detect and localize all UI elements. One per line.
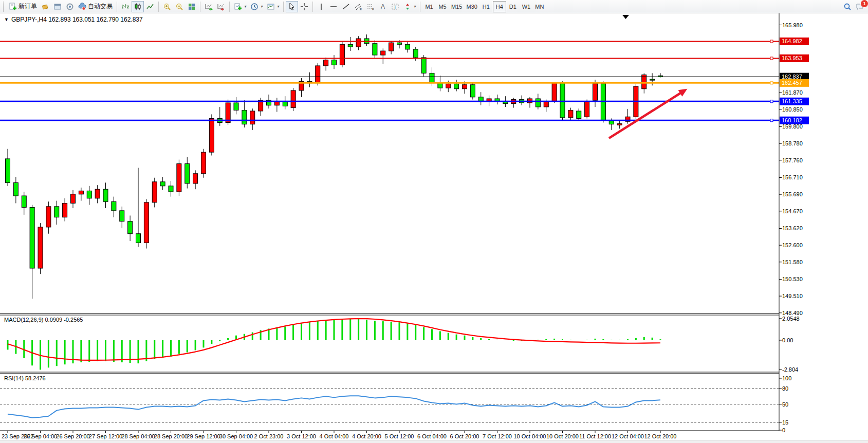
candle-body: [593, 83, 598, 100]
price-axis-label: 154.670: [782, 208, 803, 214]
timeframe-h4[interactable]: H4: [493, 1, 506, 12]
level-line-handle[interactable]: [770, 57, 773, 60]
time-axis-label[interactable]: 30 Sep 04:00: [219, 433, 253, 439]
chart-title[interactable]: ▼ GBPJPY-,H4 162.893 163.051 162.790 162…: [4, 16, 143, 23]
trendline-tool[interactable]: [340, 1, 352, 12]
main-toolbar: 新订单 自动交易: [0, 0, 868, 13]
candle-body: [617, 124, 622, 125]
toolbar-separator: [200, 2, 200, 12]
time-axis-label[interactable]: 4 Oct 20:00: [352, 433, 381, 439]
market-depth-button[interactable]: [39, 1, 51, 12]
time-axis-label[interactable]: 6 Oct 04:00: [417, 433, 447, 439]
new-order-icon: [9, 3, 17, 11]
toolbar-grip[interactable]: [3, 2, 6, 12]
time-axis-label[interactable]: 27 Sep 12:00: [89, 433, 122, 439]
timeframe-d1[interactable]: D1: [506, 1, 520, 12]
candle-body: [201, 152, 206, 174]
new-order-button[interactable]: 新订单: [7, 1, 39, 12]
bar-chart-button[interactable]: [119, 1, 132, 12]
candle-body: [185, 164, 190, 183]
macd-label: MACD(12,26,9) 0.0909 -0.2565: [4, 317, 83, 323]
time-axis-label[interactable]: 12 Oct 04:00: [612, 433, 644, 439]
chart-shift-button[interactable]: [215, 1, 227, 12]
time-axis-label[interactable]: 28 Sep 04:00: [121, 433, 155, 439]
arrows-tool[interactable]: ▾: [401, 1, 418, 12]
search-button[interactable]: [841, 1, 854, 12]
time-axis-label[interactable]: 29 Sep 12:00: [187, 433, 220, 439]
candle-body: [535, 99, 540, 107]
level-line-handle[interactable]: [770, 119, 773, 122]
time-axis-label[interactable]: 12 Oct 20:00: [644, 433, 677, 439]
tile-windows-button[interactable]: [186, 1, 198, 12]
level-line-handle[interactable]: [770, 40, 773, 43]
chart-title-text: GBPJPY-,H4 162.893 163.051 162.790 162.8…: [11, 16, 143, 23]
vertical-line-tool[interactable]: [315, 1, 327, 12]
candle-body: [152, 182, 157, 202]
timeframe-w1[interactable]: W1: [520, 1, 533, 12]
time-axis-label[interactable]: 5 Oct 12:00: [385, 433, 414, 439]
price-axis-label: 160.850: [782, 106, 803, 113]
trend-arrow-line[interactable]: [609, 93, 681, 138]
time-axis-label[interactable]: 26 Sep 20:00: [56, 433, 89, 439]
text-label-tool[interactable]: T: [389, 1, 401, 12]
timeframe-h1[interactable]: H1: [479, 1, 493, 12]
candle-body: [291, 90, 296, 108]
timeframe-m1[interactable]: M1: [422, 1, 436, 12]
zoom-out-button[interactable]: [173, 1, 186, 12]
time-axis-label[interactable]: 3 Oct 12:00: [287, 433, 316, 439]
timeframe-mn[interactable]: MN: [533, 1, 546, 12]
notification-badge[interactable]: 1: [860, 0, 868, 8]
indicators-button[interactable]: ▾: [232, 1, 248, 12]
dropdown-caret[interactable]: ▾: [244, 4, 246, 9]
time-axis-label[interactable]: 4 Oct 04:00: [320, 433, 349, 439]
time-axis-label[interactable]: 7 Oct 12:00: [483, 433, 512, 439]
level-line-handle[interactable]: [770, 82, 773, 84]
text-tool[interactable]: A: [377, 1, 389, 12]
chart-shift-icon: [217, 3, 225, 11]
time-axis-label[interactable]: 26 Sep 04:00: [24, 433, 57, 439]
dropdown-caret[interactable]: ▾: [261, 4, 263, 9]
time-axis-label[interactable]: 28 Sep 20:00: [154, 433, 188, 439]
auto-scroll-button[interactable]: [202, 1, 215, 12]
toolbar-separator: [117, 2, 117, 12]
terminal-window-button[interactable]: [51, 1, 64, 12]
timeframe-m15[interactable]: M15: [449, 1, 464, 12]
candlestick-icon: [134, 3, 142, 11]
cursor-icon: [288, 3, 296, 11]
chart-collapse-icon[interactable]: ▼: [4, 17, 9, 22]
auto-trading-button[interactable]: 自动交易: [76, 1, 115, 12]
candle-body: [250, 111, 255, 124]
candle-body: [405, 44, 410, 49]
dropdown-caret[interactable]: ▾: [277, 4, 279, 9]
time-axis-label[interactable]: 10 Oct 20:00: [546, 433, 579, 439]
crosshair-tool-button[interactable]: [298, 1, 310, 12]
cursor-tool-button[interactable]: [286, 1, 298, 12]
text-icon: A: [379, 3, 387, 11]
candle-body: [209, 118, 214, 152]
candle-body: [324, 60, 328, 66]
line-chart-icon: [146, 3, 154, 11]
horizontal-line-icon: [329, 3, 338, 11]
line-chart-button[interactable]: [144, 1, 156, 12]
candle-body: [470, 85, 475, 97]
zoom-in-button[interactable]: [161, 1, 173, 12]
chart-canvas[interactable]: 165.980161.870160.850159.800158.780157.7…: [0, 13, 868, 443]
templates-button[interactable]: ▾: [265, 1, 281, 12]
time-axis-label[interactable]: 11 Oct 12:00: [579, 433, 611, 439]
fibonacci-tool[interactable]: F: [364, 1, 377, 12]
candle-body: [650, 79, 655, 80]
timeframe-m30[interactable]: M30: [464, 1, 479, 12]
time-axis-label[interactable]: 10 Oct 04:00: [514, 433, 546, 439]
channel-tool[interactable]: E: [352, 1, 364, 12]
timeframe-m5[interactable]: M5: [436, 1, 449, 12]
time-axis-label[interactable]: 6 Oct 20:00: [450, 433, 479, 439]
signals-button[interactable]: [64, 1, 76, 12]
horizontal-line-tool[interactable]: [327, 1, 340, 12]
price-axis-label: 159.800: [782, 123, 803, 130]
time-axis-label[interactable]: 2 Oct 23:00: [254, 433, 284, 439]
periods-button[interactable]: ▾: [248, 1, 265, 12]
candlestick-chart-button[interactable]: [132, 1, 144, 12]
level-line-handle[interactable]: [770, 100, 773, 103]
dropdown-caret[interactable]: ▾: [414, 4, 416, 9]
chart-shift-marker[interactable]: [622, 15, 629, 19]
